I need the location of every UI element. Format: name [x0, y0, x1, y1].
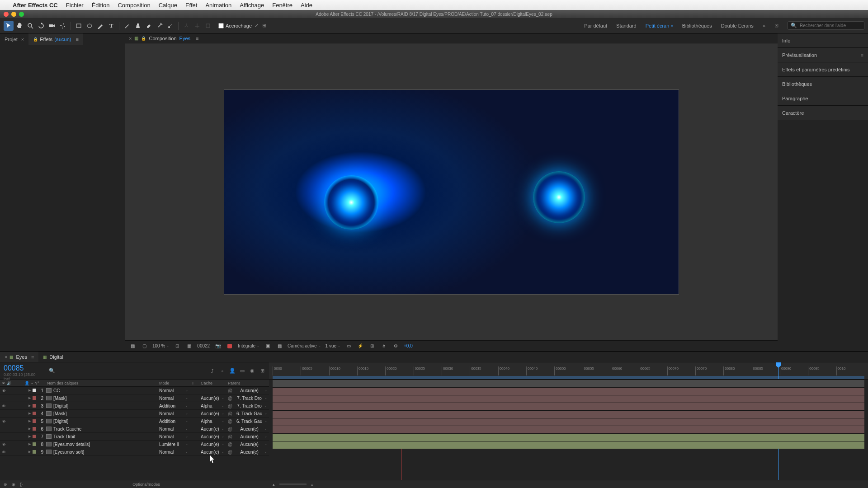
parent-dropdown[interactable]: @6. Track Gau⌄ — [226, 419, 269, 424]
minimize-icon[interactable] — [11, 12, 16, 17]
twirl-icon[interactable]: ▶ — [28, 419, 31, 423]
track-bar[interactable] — [273, 380, 864, 387]
eye-icon[interactable]: 👁 — [2, 450, 5, 454]
layer-name-cell[interactable]: [Digital] — [45, 419, 157, 424]
parent-dropdown[interactable]: @Aucun(e)⌄ — [226, 427, 269, 432]
cache-header[interactable]: Cache — [199, 381, 226, 385]
blend-mode-dropdown[interactable]: Lumière li⌄ — [157, 442, 190, 447]
frame-blend-icon[interactable]: ▭ — [239, 368, 245, 374]
layer-name-cell[interactable]: [Eyes.mov details] — [45, 442, 157, 447]
shy-icon[interactable]: 👤 — [229, 368, 236, 374]
twirl-icon[interactable]: ▶ — [28, 442, 31, 446]
draft-3d-icon[interactable]: ▫ — [219, 368, 226, 374]
pickwhip-icon[interactable]: @ — [228, 404, 232, 408]
menu-composition[interactable]: Composition — [118, 2, 150, 9]
solo-icon[interactable] — [8, 427, 12, 431]
layer-row[interactable]: ▶7Track DroitNormal⌄Aucun(e)⌄@Aucun(e)⌄ — [0, 433, 269, 441]
hand-tool[interactable] — [14, 21, 24, 31]
layer-name-cell[interactable]: [Digital] — [45, 404, 157, 408]
panel-bibliotheques[interactable]: Bibliothèques — [778, 77, 868, 91]
brush-tool[interactable] — [122, 21, 132, 31]
track-bar[interactable] — [273, 403, 864, 410]
panel-paragraphe[interactable]: Paragraphe — [778, 91, 868, 106]
panel-previsualisation[interactable]: Prévisualisation≡ — [778, 48, 868, 62]
twirl-icon[interactable]: ▶ — [28, 389, 31, 392]
twirl-icon[interactable]: ▶ — [28, 435, 31, 438]
layer-row[interactable]: ▶2[Mask]Normal⌄Aucun(e)⌄@7. Track Dro⌄ — [0, 394, 269, 402]
panel-caractere[interactable]: Caractère — [778, 106, 868, 120]
label-color[interactable] — [33, 442, 36, 446]
parent-header[interactable]: Parent — [226, 381, 269, 385]
ws-double-ecrans[interactable]: Double Ecrans — [721, 23, 754, 28]
solo-icon[interactable] — [8, 396, 12, 400]
track-matte-dropdown[interactable]: Alpha⌄ — [199, 404, 226, 408]
track-bar[interactable] — [273, 410, 864, 418]
fast-preview-icon[interactable]: ⚡ — [357, 343, 364, 350]
camera-dropdown[interactable]: Caméra active⌄ — [288, 343, 321, 348]
ws-bibliotheques[interactable]: Bibliothèques — [682, 23, 712, 28]
panel-info[interactable]: Info — [778, 33, 868, 48]
resolution-icon[interactable]: ▢ — [141, 343, 148, 350]
blend-mode-dropdown[interactable]: Normal⌄ — [157, 434, 190, 439]
solo-icon[interactable] — [8, 404, 12, 408]
reset-exposure-icon[interactable]: ⚙ — [392, 343, 399, 350]
selection-tool[interactable] — [4, 21, 14, 31]
grid-icon[interactable]: ▦ — [185, 343, 193, 350]
close-icon[interactable] — [4, 12, 9, 17]
zoom-tool[interactable] — [25, 21, 35, 31]
label-color[interactable] — [33, 389, 36, 392]
pickwhip-icon[interactable]: @ — [228, 427, 232, 432]
menu-hamburger-icon[interactable]: ≡ — [196, 36, 198, 41]
toggle-switches-icon[interactable]: ⊕ — [4, 482, 7, 487]
snap-options-icon[interactable]: ⤢ — [255, 23, 259, 28]
world-axis-icon[interactable] — [192, 21, 202, 31]
ws-petit-ecran[interactable]: Petit écran ≡ — [646, 23, 673, 28]
layer-row[interactable]: 👁▶8[Eyes.mov details]Lumière li⌄Aucun(e)… — [0, 441, 269, 448]
parent-dropdown[interactable]: @7. Track Dro⌄ — [226, 396, 269, 401]
menu-hamburger-icon[interactable]: ≡ — [861, 52, 863, 58]
layer-name-cell[interactable]: [Mask] — [45, 396, 157, 401]
menu-affichage[interactable]: Affichage — [240, 2, 264, 9]
puppet-tool[interactable] — [165, 21, 175, 31]
composition-viewport[interactable] — [125, 43, 778, 340]
menu-fichier[interactable]: Fichier — [66, 2, 84, 9]
layer-name-cell[interactable]: CC — [45, 388, 157, 393]
layer-name-cell[interactable]: [Mask] — [45, 411, 157, 416]
roi-icon[interactable]: ▣ — [264, 343, 271, 350]
twirl-icon[interactable]: ▶ — [28, 396, 31, 400]
track-matte-dropdown[interactable]: Aucun(e)⌄ — [199, 427, 226, 432]
blend-mode-dropdown[interactable]: Addition⌄ — [157, 404, 190, 408]
zoom-in-icon[interactable]: ▵ — [311, 482, 313, 487]
eye-icon[interactable]: 👁 — [2, 389, 5, 392]
label-color[interactable] — [33, 419, 36, 423]
solo-icon[interactable] — [8, 435, 12, 438]
parent-dropdown[interactable]: @Aucun(e)⌄ — [226, 450, 269, 455]
menu-animation[interactable]: Animation — [205, 2, 231, 9]
tab-effets[interactable]: 🔒Effets (aucun)≡ — [28, 33, 83, 45]
zoom-out-icon[interactable]: ▴ — [273, 482, 275, 487]
layer-name-cell[interactable]: [Eyes.mov soft] — [45, 450, 157, 455]
label-color[interactable] — [33, 427, 36, 431]
parent-dropdown[interactable]: @Aucun(e)⌄ — [226, 388, 269, 393]
pickwhip-icon[interactable]: @ — [228, 388, 232, 393]
blend-mode-dropdown[interactable]: Addition⌄ — [157, 419, 190, 424]
eye-icon[interactable]: 👁 — [2, 419, 5, 423]
app-menu[interactable]: After Effects CC — [13, 2, 58, 9]
view-dropdown[interactable]: 1 vue⌄ — [326, 343, 340, 348]
eye-icon[interactable]: 👁 — [2, 442, 5, 446]
label-color[interactable] — [33, 404, 36, 408]
menu-edition[interactable]: Édition — [92, 2, 110, 9]
rotation-tool[interactable] — [36, 21, 46, 31]
blend-mode-dropdown[interactable]: Normal⌄ — [157, 450, 190, 455]
clone-stamp-tool[interactable] — [133, 21, 143, 31]
track-bar[interactable] — [273, 426, 864, 433]
twirl-icon[interactable]: ▶ — [28, 427, 31, 431]
motion-blur-icon[interactable]: ◉ — [249, 368, 255, 374]
layer-name-cell[interactable]: Track Gauche — [45, 427, 157, 432]
timeline-tab-eyes[interactable]: ×▦Eyes≡ — [0, 352, 38, 362]
track-bar[interactable] — [273, 387, 864, 395]
tab-composition[interactable]: × ▦ 🔒 Composition Eyes ≡ — [125, 33, 202, 43]
eye-icon[interactable]: 👁 — [2, 404, 5, 408]
parent-dropdown[interactable]: @7. Track Dro⌄ — [226, 404, 269, 408]
zoom-slider[interactable] — [279, 483, 307, 485]
